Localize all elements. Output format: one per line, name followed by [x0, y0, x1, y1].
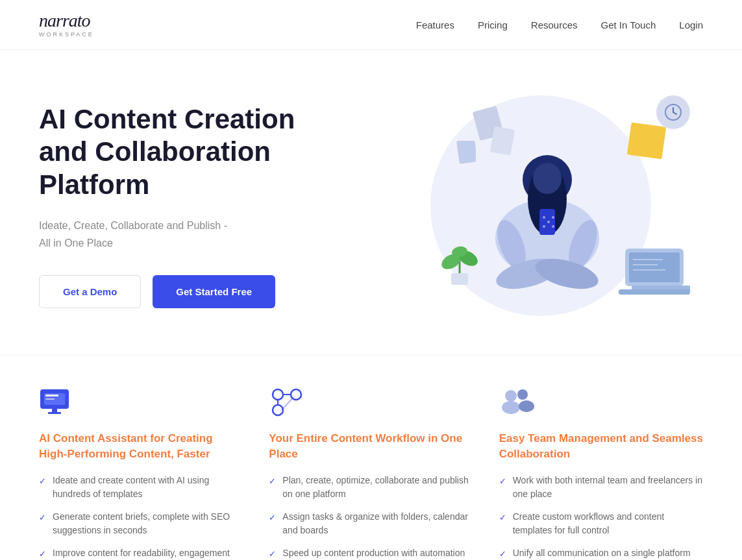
- list-item: ✓ Speed up content production with autom…: [269, 546, 473, 560]
- svg-rect-35: [48, 412, 61, 414]
- list-item: ✓ Assign tasks & organize with folders, …: [269, 510, 473, 537]
- hero-illustration: [391, 89, 703, 323]
- hero-title: AI Content Creation and Collaboration Pl…: [39, 103, 351, 201]
- list-item: ✓ Improve content for readability, engag…: [39, 546, 243, 560]
- illustration-container: [391, 89, 703, 323]
- svg-point-14: [552, 216, 554, 219]
- hero-buttons: Get a Demo Get Started Free: [39, 275, 351, 308]
- floating-plant: [437, 236, 482, 293]
- list-item: ✓ Work with both internal team and freel…: [499, 474, 703, 501]
- svg-rect-29: [456, 141, 476, 164]
- svg-point-12: [543, 216, 545, 219]
- nav-features[interactable]: Features: [416, 19, 454, 30]
- floating-laptop: [619, 245, 690, 300]
- svg-line-41: [282, 397, 293, 410]
- logo-subtitle: WORKSPACE: [39, 31, 94, 38]
- svg-point-15: [543, 225, 545, 228]
- feature-card-ai: AI Content Assistant for Creating High-P…: [39, 388, 243, 560]
- features-section: AI Content Assistant for Creating High-P…: [0, 355, 742, 560]
- floating-page-3: [456, 141, 476, 168]
- hero-section: AI Content Creation and Collaboration Pl…: [0, 50, 742, 355]
- nav-links: Features Pricing Resources Get In Touch …: [416, 19, 703, 30]
- nav-pricing[interactable]: Pricing: [478, 19, 508, 30]
- svg-point-16: [552, 225, 554, 228]
- list-item: ✓ Plan, create, optimize, collaborate an…: [269, 474, 473, 501]
- svg-point-38: [273, 405, 283, 415]
- svg-rect-25: [619, 289, 690, 295]
- feature-ai-title: AI Content Assistant for Creating High-P…: [39, 431, 243, 462]
- check-icon: ✓: [269, 475, 276, 488]
- svg-point-44: [517, 389, 528, 400]
- feature-ai-list: ✓ Ideate and create content with AI usin…: [39, 474, 243, 560]
- logo[interactable]: narrato WORKSPACE: [39, 12, 94, 38]
- svg-rect-23: [629, 252, 680, 282]
- check-icon: ✓: [269, 548, 276, 560]
- get-started-button[interactable]: Get Started Free: [153, 275, 275, 308]
- hero-content: AI Content Creation and Collaboration Pl…: [39, 103, 351, 309]
- list-item: ✓ Create custom workflows and content te…: [499, 510, 703, 537]
- svg-rect-33: [45, 398, 55, 400]
- svg-point-13: [547, 221, 550, 223]
- feature-team-icon: [499, 388, 703, 419]
- list-item: ✓ Unify all communication on a single pl…: [499, 546, 703, 560]
- check-icon: ✓: [39, 548, 46, 560]
- check-icon: ✓: [499, 475, 506, 488]
- svg-point-42: [505, 390, 517, 402]
- nav-resources[interactable]: Resources: [531, 19, 578, 30]
- floating-clock: [656, 95, 690, 129]
- get-demo-button[interactable]: Get a Demo: [39, 275, 141, 308]
- logo-text: narrato: [39, 12, 90, 30]
- check-icon: ✓: [499, 511, 506, 524]
- hero-subtitle: Ideate, Create, Collaborate and Publish …: [39, 217, 351, 252]
- feature-team-list: ✓ Work with both internal team and freel…: [499, 474, 703, 560]
- feature-workflow-title: Your Entire Content Workflow in One Plac…: [269, 431, 473, 462]
- nav-contact[interactable]: Get In Touch: [601, 19, 656, 30]
- svg-rect-32: [45, 395, 58, 396]
- list-item: ✓ Ideate and create content with AI usin…: [39, 474, 243, 501]
- svg-rect-17: [451, 273, 468, 285]
- feature-team-title: Easy Team Management and Seamless Collab…: [499, 431, 703, 462]
- feature-workflow-icon: [269, 388, 473, 419]
- list-item: ✓ Generate content briefs, complete with…: [39, 510, 243, 537]
- feature-card-team: Easy Team Management and Seamless Collab…: [499, 388, 703, 560]
- navigation: narrato WORKSPACE Features Pricing Resou…: [0, 0, 742, 50]
- check-icon: ✓: [269, 511, 276, 524]
- feature-ai-icon: [39, 388, 243, 419]
- feature-card-workflow: Your Entire Content Workflow in One Plac…: [269, 388, 473, 560]
- svg-point-6: [533, 163, 562, 194]
- svg-point-45: [519, 400, 534, 412]
- feature-workflow-list: ✓ Plan, create, optimize, collaborate an…: [269, 474, 473, 560]
- check-icon: ✓: [499, 548, 506, 560]
- check-icon: ✓: [39, 511, 46, 524]
- svg-point-37: [273, 389, 283, 400]
- check-icon: ✓: [39, 475, 46, 488]
- svg-point-43: [502, 401, 520, 414]
- nav-login[interactable]: Login: [679, 19, 703, 30]
